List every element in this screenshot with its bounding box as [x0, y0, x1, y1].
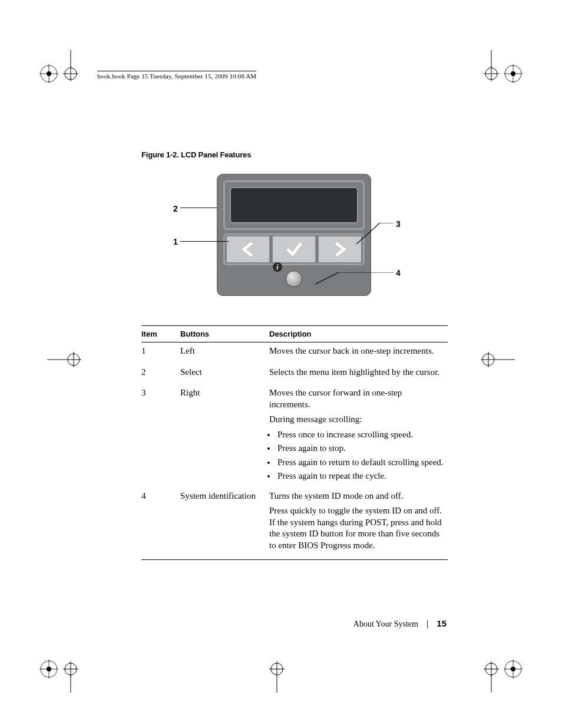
crop-mark-bottom-right [477, 645, 524, 693]
footer-section: About Your System [353, 620, 418, 628]
callout-label-3: 3 [396, 219, 401, 229]
table-row: 2SelectSelects the menu item highlighted… [141, 364, 448, 385]
cell-item: 3 [141, 384, 180, 487]
desc-text: During message scrolling: [269, 414, 444, 426]
cell-description: Turns the system ID mode on and off.Pres… [269, 487, 448, 560]
cell-item: 4 [141, 487, 180, 560]
desc-text: Moves the cursor back in one-step increm… [269, 345, 444, 357]
th-item: Item [141, 326, 180, 342]
cell-description: Moves the cursor back in one-step increm… [269, 342, 448, 364]
callout-label-1: 1 [173, 237, 178, 246]
lcd-display [223, 180, 365, 230]
page-footer: About Your System | 15 [353, 618, 447, 629]
table-row: 1LeftMoves the cursor back in one-step i… [141, 342, 448, 364]
button-row [223, 233, 365, 265]
crop-mark-top-left [38, 50, 85, 97]
crop-mark-mid-right [480, 342, 515, 377]
list-item: Press again to repeat the cycle. [276, 470, 444, 482]
th-description: Description [269, 326, 448, 342]
cell-item: 2 [141, 364, 180, 385]
running-header: book.book Page 15 Tuesday, September 15,… [97, 71, 256, 80]
features-table: Item Buttons Description 1LeftMoves the … [141, 325, 448, 560]
list-item: Press once to increase scrolling speed. [276, 429, 444, 441]
svg-point-4 [511, 71, 515, 76]
crop-mark-top-right [477, 50, 524, 97]
svg-point-7 [47, 667, 51, 671]
th-buttons: Buttons [180, 326, 269, 342]
desc-text: Turns the system ID mode on and off. [269, 490, 444, 502]
cell-button: System identification [180, 487, 269, 560]
desc-text: Moves the cursor forward in one-step inc… [269, 387, 444, 410]
cell-item: 1 [141, 342, 180, 364]
crop-mark-bottom-left [38, 645, 85, 693]
cell-button: Select [180, 364, 269, 385]
select-button-icon [272, 236, 316, 263]
left-button-icon [226, 236, 270, 263]
desc-text: Selects the menu item highlighted by the… [269, 367, 444, 378]
cell-button: Right [180, 384, 269, 487]
crop-mark-bottom-center [259, 645, 295, 693]
list-item: Press again to return to default scrolli… [276, 457, 444, 469]
desc-list: Press once to increase scrolling speed.P… [276, 429, 444, 482]
cell-button: Left [180, 342, 269, 364]
svg-point-10 [511, 667, 515, 671]
svg-point-1 [47, 71, 51, 76]
cell-description: Selects the menu item highlighted by the… [269, 364, 448, 385]
info-icon: i [273, 262, 282, 272]
callout-line-3 [356, 223, 395, 246]
right-button-icon [318, 236, 362, 263]
figure-lcd-panel: i 2 1 3 4 [141, 171, 448, 312]
table-row: 3RightMoves the cursor forward in one-st… [141, 384, 448, 487]
crop-mark-mid-left [47, 342, 82, 377]
figure-caption: Figure 1-2. LCD Panel Features [141, 150, 448, 159]
table-row: 4System identificationTurns the system I… [141, 487, 448, 560]
footer-page-number: 15 [437, 618, 447, 628]
cell-description: Moves the cursor forward in one-step inc… [269, 384, 448, 487]
desc-text: Press quickly to toggle the system ID on… [269, 505, 444, 551]
callout-label-2: 2 [173, 204, 178, 213]
callout-label-4: 4 [396, 268, 401, 278]
system-id-button-graphic [286, 271, 302, 287]
callout-line-4 [315, 272, 395, 287]
list-item: Press again to stop. [276, 443, 444, 454]
